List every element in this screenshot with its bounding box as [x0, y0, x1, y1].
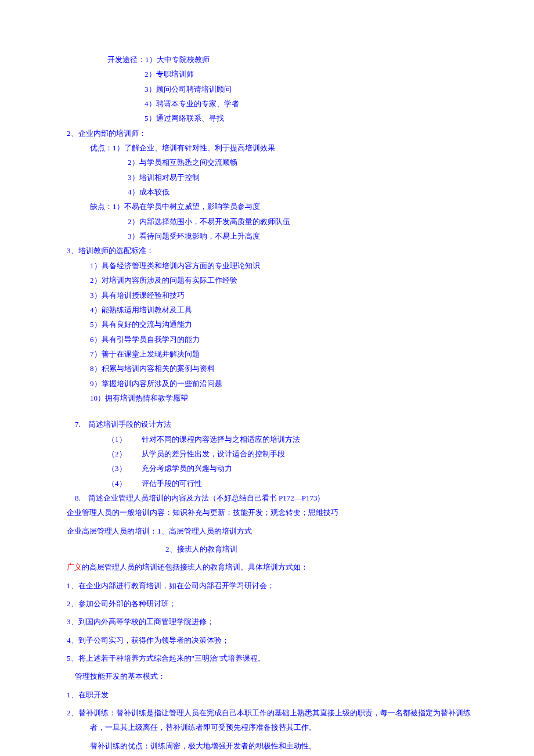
text-highlight: 广义	[67, 563, 82, 571]
text: 5）通过网络联系、寻找	[67, 111, 476, 125]
text: 3）具有培训授课经验和技巧	[67, 288, 476, 303]
text: 3、到国内外高等学校的工商管理学院进修；	[67, 614, 476, 629]
text: 2）内部选择范围小，不易开发高质量的教师队伍	[67, 214, 476, 229]
text: （3） 充分考虑学员的兴趣与动力	[67, 461, 476, 476]
text: 管理技能开发的基本模式：	[67, 669, 476, 683]
text: 2）专职培训师	[67, 67, 476, 81]
text: 5、将上述若干种培养方式综合起来的"三明治"式培养课程。	[67, 651, 476, 665]
text: 企业高层管理人员的培训：1、高层管理人员的培训方式	[67, 524, 476, 538]
text: 3）顾问公司聘请培训顾问	[67, 82, 476, 96]
text: 4）能熟练适用培训教材及工具	[67, 303, 476, 317]
text: 2、替补训练：替补训练是指让管理人员在完成自己本职工作的基础上熟悉其直接上级的职…	[67, 705, 476, 735]
text: 8. 简述企业管理人员培训的内容及方法（不好总结自己看书 P172—P173）	[67, 491, 476, 505]
text: 10）拥有培训热情和教学愿望	[67, 391, 476, 405]
text: 2、企业内部的培训师：	[67, 126, 476, 141]
text: 1）具备经济管理类和培训内容方面的专业理论知识	[67, 258, 476, 273]
text: 4、到子公司实习，获得作为领导者的决策体验；	[67, 633, 476, 647]
text: 广义的高层管理人员的培训还包括接班人的教育培训。具体培训方式如：	[67, 560, 476, 574]
text: 的高层管理人员的培训还包括接班人的教育培训。具体培训方式如：	[82, 563, 308, 571]
text: 替补训练的优点：训练周密，极大地增强开发者的积极性和主动性。	[67, 739, 476, 753]
text: 开发途径：1）大中专院校教师	[67, 52, 476, 67]
text: （1） 针对不同的课程内容选择与之相适应的培训方法	[67, 432, 476, 447]
text: 优点：1）了解企业、培训有针对性、利于提高培训效果	[67, 141, 476, 155]
text: 缺点：1）不易在学员中树立威望，影响学员参与度	[67, 199, 476, 214]
text: 2）与学员相互熟悉之间交流顺畅	[67, 155, 476, 170]
text: 3）看待问题受环境影响，不易上升高度	[67, 229, 476, 243]
text: 7）善于在课堂上发现并解决问题	[67, 347, 476, 361]
text: 5）具有良好的交流与沟通能力	[67, 317, 476, 332]
text: 8）积累与培训内容相关的案例与资料	[67, 361, 476, 376]
text: 1、在职开发	[67, 687, 476, 702]
text: 1、在企业内部进行教育培训，如在公司内部召开学习研讨会；	[67, 578, 476, 593]
text: （2） 从学员的差异性出发，设计适合的控制手段	[67, 447, 476, 461]
text: 3、培训教师的选配标准：	[67, 243, 476, 258]
text: 3）培训相对易于控制	[67, 170, 476, 185]
text: 4）成本较低	[67, 185, 476, 199]
text: 6）具有引导学员自我学习的能力	[67, 332, 476, 347]
text: 4）聘请本专业的专家、学者	[67, 96, 476, 111]
text: 2）对培训内容所涉及的问题有实际工作经验	[67, 273, 476, 287]
text: （4） 评估手段的可行性	[67, 476, 476, 491]
text: 2、参加公司外部的各种研讨班；	[67, 596, 476, 611]
text: 企业管理人员的一般培训内容：知识补充与更新；技能开发；观念转变；思维技巧	[67, 505, 476, 520]
text: 9）掌握培训内容所涉及的一些前沿问题	[67, 376, 476, 391]
text: 2、接班人的教育培训	[67, 542, 476, 556]
text: 7. 简述培训手段的设计方法	[67, 417, 476, 431]
